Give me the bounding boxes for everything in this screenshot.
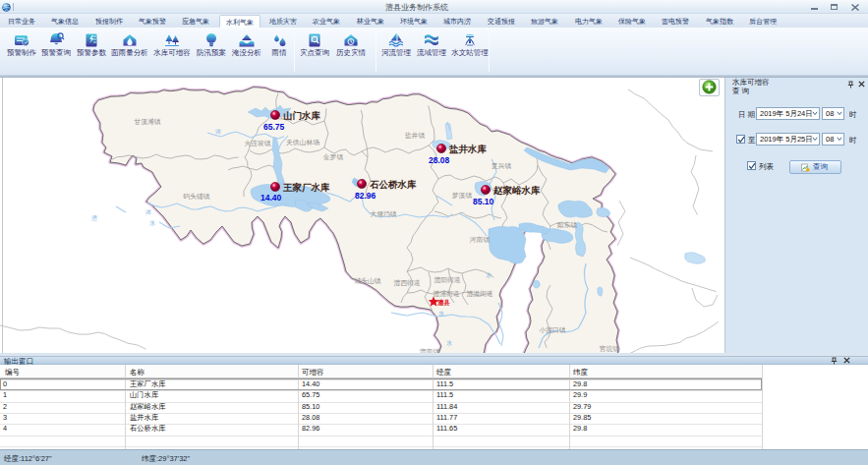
svg-text:王家厂水库: 王家厂水库 [282, 182, 330, 193]
svg-text:水: 水 [149, 220, 155, 226]
svg-text:水: 水 [446, 340, 452, 346]
svg-text:澧西街道: 澧西街道 [393, 279, 420, 287]
svg-text:盐井镇: 盐井镇 [405, 132, 426, 140]
svg-text:复兴镇: 复兴镇 [492, 162, 512, 170]
svg-text:澧澹街道: 澧澹街道 [466, 290, 492, 298]
svg-text:码头铺镇: 码头铺镇 [182, 193, 209, 201]
svg-text:火连坡镇: 火连坡镇 [244, 140, 270, 147]
svg-text:赵家峪水库: 赵家峪水库 [492, 185, 541, 196]
svg-text:涔: 涔 [145, 209, 151, 215]
svg-text:小渡口镇: 小渡口镇 [539, 326, 565, 334]
svg-text:石公桥水库: 石公桥水库 [369, 179, 417, 190]
svg-text:澧阳街道: 澧阳街道 [434, 276, 460, 284]
svg-text:山门水库: 山门水库 [283, 110, 321, 121]
svg-text:城头山镇: 城头山镇 [353, 277, 380, 285]
svg-text:水: 水 [438, 311, 444, 317]
svg-text:82.96: 82.96 [355, 191, 376, 201]
svg-text:65.75: 65.75 [263, 122, 285, 132]
svg-text:水: 水 [486, 272, 492, 278]
svg-text:85.10: 85.10 [473, 197, 494, 206]
svg-text:梦溪镇: 梦溪镇 [452, 192, 473, 200]
svg-text:28.08: 28.08 [429, 155, 450, 165]
svg-text:澧: 澧 [91, 215, 97, 221]
svg-text:涔: 涔 [215, 129, 221, 135]
svg-text:金罗镇: 金罗镇 [323, 153, 344, 161]
svg-text:澧县: 澧县 [436, 299, 451, 307]
svg-text:盐井水库: 盐井水库 [448, 144, 488, 154]
svg-text:甘溪滩镇: 甘溪滩镇 [133, 118, 160, 126]
svg-text:如东镇: 如东镇 [556, 221, 578, 229]
svg-text:天供山林场: 天供山林场 [286, 139, 319, 146]
svg-text:澧浦街道: 澧浦街道 [433, 290, 459, 298]
svg-text:涔南镇: 涔南镇 [470, 236, 491, 244]
svg-text:大堰垱镇: 大堰垱镇 [370, 210, 396, 218]
svg-text:14.40: 14.40 [260, 193, 282, 203]
svg-text:官垸镇: 官垸镇 [600, 345, 620, 353]
